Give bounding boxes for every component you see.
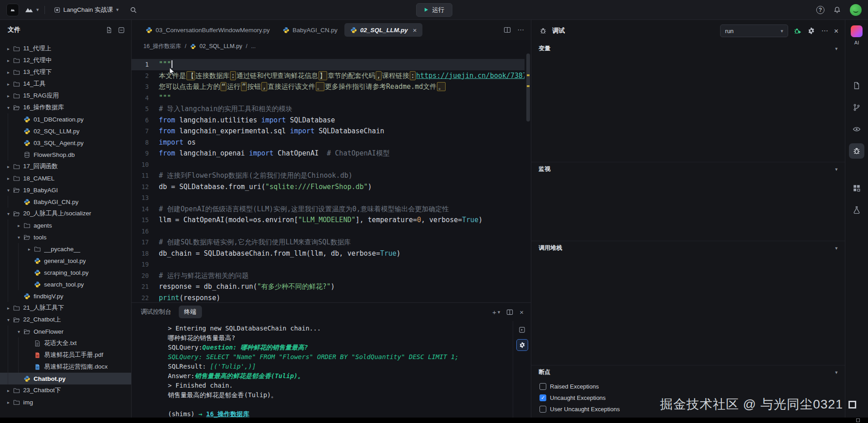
tree-item[interactable]: ▾ 16_操作数据库	[0, 102, 131, 113]
new-terminal-button[interactable]: + ▾	[492, 308, 500, 316]
code-editor[interactable]: 1"""2本文件是【连接数据库:通过链和代理查询鲜花信息】章节的配套代码,课程链…	[132, 53, 531, 302]
code-line[interactable]: 18db_chain = SQLDatabaseChain.from_llm(l…	[132, 248, 525, 259]
chevron-right-icon[interactable]: ▸	[5, 164, 12, 169]
line-number[interactable]: 20	[132, 270, 159, 282]
tree-item[interactable]: ▸ 15_RAG应用	[0, 90, 131, 102]
tree-item[interactable]: ▸ agents	[0, 219, 131, 231]
collapse-folders-icon[interactable]	[118, 27, 125, 34]
line-number[interactable]: 3	[132, 81, 159, 92]
extensions-icon[interactable]	[849, 180, 864, 196]
section-header-breakpoints[interactable]: 断点 ▾	[531, 365, 845, 379]
tree-item[interactable]: scraping_tool.py	[0, 267, 131, 278]
line-number[interactable]: 1	[132, 59, 159, 70]
code-line[interactable]: 13	[132, 192, 525, 204]
tree-item[interactable]: FlowerShop.db	[0, 149, 131, 160]
debug-config-select[interactable]: run ▾	[720, 24, 788, 37]
chevron-down-icon[interactable]: ▾	[5, 105, 12, 110]
tree-item[interactable]: ▾ 20_人脉工具上/socializer	[0, 208, 131, 219]
code-line[interactable]: 7from langchain_experimental.sql import …	[132, 126, 525, 137]
brand-logo[interactable]: ▾	[25, 6, 39, 13]
run-button[interactable]: 运行	[416, 3, 452, 17]
breadcrumb-file[interactable]: 02_SQL_LLM.py	[200, 43, 242, 49]
code-line[interactable]: 2本文件是【连接数据库:通过链和代理查询鲜花信息】章节的配套代码,课程链接:ht…	[132, 70, 525, 82]
chevron-right-icon[interactable]: ▸	[5, 82, 12, 87]
code-line[interactable]: 12db = SQLDatabase.from_uri("sqlite:///F…	[132, 181, 525, 193]
tree-item[interactable]: general_tool.py	[0, 255, 131, 267]
tree-item[interactable]: 03_SQL_Agent.py	[0, 137, 131, 149]
tree-item[interactable]: ▸ 12_代理中	[0, 54, 131, 66]
chevron-right-icon[interactable]: ▸	[25, 247, 33, 252]
chevron-down-icon[interactable]: ▾	[15, 235, 23, 240]
tree-item[interactable]: 易速鲜花员工手册.pdf	[0, 349, 131, 361]
user-avatar[interactable]	[850, 4, 862, 16]
tree-item[interactable]: 易速鲜花运营指南.docx	[0, 361, 131, 373]
code-line[interactable]: 21response = db_chain.run("有多少种不同的鲜花?")	[132, 281, 525, 292]
line-number[interactable]: 12	[132, 181, 159, 193]
breakpoint-item[interactable]: Raised Exceptions	[539, 381, 845, 392]
code-line[interactable]: 22print(response)	[132, 292, 525, 303]
debug-icon[interactable]	[849, 143, 864, 159]
code-line[interactable]: 9from langchain_openai import ChatOpenAI…	[132, 148, 525, 159]
tree-item[interactable]: 02_SQL_LLM.py	[0, 125, 131, 137]
editor-tab[interactable]: 03_ConversationBufferWindowMemory.py	[140, 23, 276, 37]
section-header-variables[interactable]: 变量 ▾	[531, 42, 845, 55]
editor-tab[interactable]: BabyAGI_CN.py	[277, 23, 343, 37]
more-actions-icon[interactable]: ⋯	[517, 26, 525, 34]
tab-terminal[interactable]: 终端	[179, 306, 202, 318]
line-number[interactable]: 21	[132, 281, 159, 292]
chevron-right-icon[interactable]: ▸	[5, 58, 12, 63]
chevron-right-icon[interactable]: ▸	[15, 223, 23, 228]
open-editor-icon[interactable]	[516, 324, 528, 335]
code-line[interactable]: 19	[132, 259, 525, 270]
tree-item[interactable]: findbigV.py	[0, 290, 131, 302]
file-tree[interactable]: ▸ 11_代理上▸ 12_代理中▸ 13_代理下▸ 14_工具▸ 15_RAG应…	[0, 40, 131, 418]
code-line[interactable]: 10	[132, 159, 525, 170]
line-number[interactable]: 13	[132, 192, 159, 204]
line-number[interactable]: 17	[132, 237, 159, 248]
line-number[interactable]: 19	[132, 259, 159, 270]
tab-debug-console[interactable]: 调试控制台	[141, 308, 172, 316]
tree-item[interactable]: ▸ 11_代理上	[0, 43, 131, 54]
tree-item[interactable]: ▸ 21_人脉工具下	[0, 302, 131, 314]
close-panel-icon[interactable]: ×	[520, 308, 524, 316]
tree-item[interactable]: 01_DBCreation.py	[0, 113, 131, 125]
chevron-down-icon[interactable]: ▾	[15, 329, 23, 334]
section-header-callstack[interactable]: 调用堆栈 ▾	[531, 241, 845, 255]
search-icon[interactable]	[128, 5, 139, 15]
tree-item[interactable]: ▸ 17_回调函数	[0, 160, 131, 172]
tree-item[interactable]: ▸ 13_代理下	[0, 66, 131, 78]
editor-tab[interactable]: 02_SQL_LLM.py×	[344, 23, 423, 37]
app-logo-icon[interactable]	[6, 4, 19, 16]
code-line[interactable]: 14# 创建OpenAI的低级语言模型(LLM)实例,这里我们设置温度为0,意味…	[132, 204, 525, 215]
tree-item[interactable]: ▾ 22_Chatbot上	[0, 314, 131, 326]
checkbox[interactable]: ✓	[539, 394, 546, 401]
editor-scrollbar[interactable]	[525, 53, 531, 302]
more-actions-icon[interactable]: ⋯	[820, 26, 829, 36]
line-number[interactable]: 11	[132, 170, 159, 181]
test-flask-icon[interactable]	[849, 202, 864, 218]
tree-item[interactable]: ▸ __pycache__	[0, 243, 131, 255]
explorer-icon[interactable]	[849, 78, 864, 93]
bell-icon[interactable]	[832, 5, 843, 15]
chevron-right-icon[interactable]: ▸	[5, 70, 12, 75]
tree-item[interactable]: ▸ 14_工具	[0, 78, 131, 90]
tree-item[interactable]: search_tool.py	[0, 278, 131, 290]
code-line[interactable]: 8import os	[132, 137, 525, 148]
chevron-right-icon[interactable]: ▸	[5, 388, 12, 393]
tree-item[interactable]: BabyAGI_CN.py	[0, 196, 131, 208]
code-line[interactable]: 11# 连接到FlowerShop数据库(之前我们使用的是Chinook.db)	[132, 170, 525, 181]
close-debug-panel-icon[interactable]: ×	[834, 27, 839, 35]
new-file-icon[interactable]	[106, 27, 113, 34]
chevron-right-icon[interactable]: ▸	[5, 176, 12, 181]
gear-icon[interactable]	[807, 26, 816, 35]
tree-item[interactable]: 花语大全.txt	[0, 337, 131, 349]
code-line[interactable]: 17# 创建SQL数据库链实例,它允许我们使用LLM来查询SQL数据库	[132, 237, 525, 248]
code-line[interactable]: 3您可以点击最上方的“运行”按钮,直接运行该文件。更多操作指引请参考Readme…	[132, 81, 525, 92]
line-number[interactable]: 15	[132, 214, 159, 226]
chevron-right-icon[interactable]: ▸	[5, 400, 12, 405]
chevron-right-icon[interactable]: ▸	[5, 93, 12, 98]
line-number[interactable]: 5	[132, 103, 159, 115]
terminal-settings-icon[interactable]	[516, 339, 528, 351]
source-control-icon[interactable]	[849, 100, 864, 115]
line-number[interactable]: 18	[132, 248, 159, 259]
